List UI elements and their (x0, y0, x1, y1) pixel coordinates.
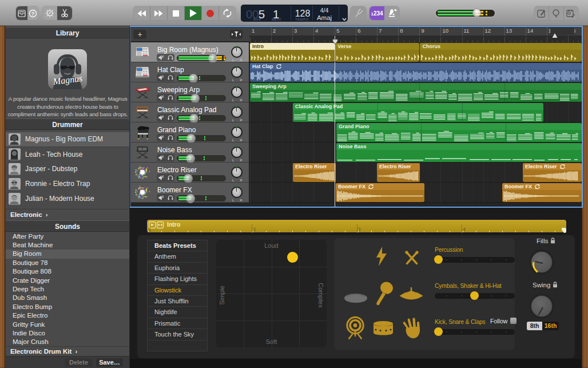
svg-text:?: ? (31, 10, 35, 16)
